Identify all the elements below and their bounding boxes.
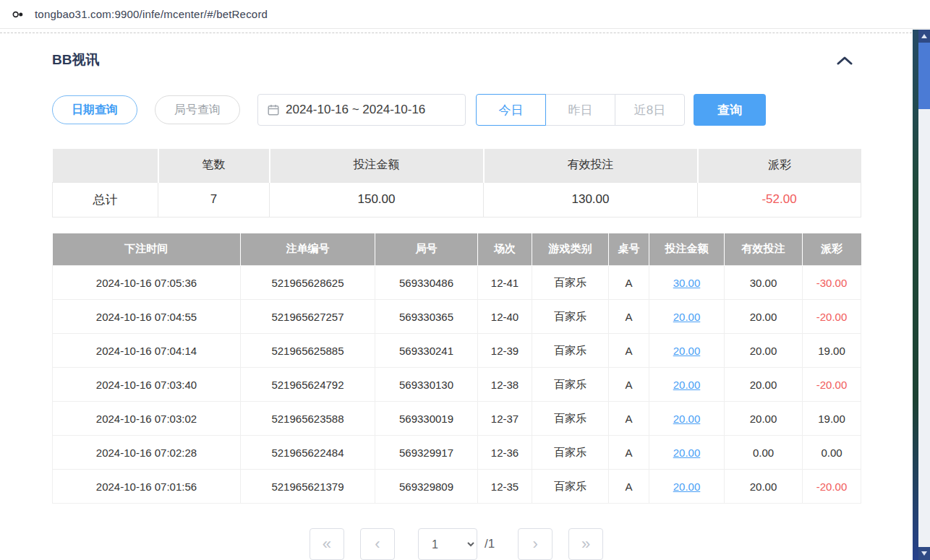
background-strip	[913, 30, 918, 560]
table-row: 2024-10-16 07:05:36 521965628625 5693304…	[53, 266, 861, 300]
order-no: 521965625885	[241, 334, 375, 368]
round-query-tab[interactable]: 局号查询	[155, 95, 240, 124]
bet-amount-link[interactable]: 20.00	[673, 311, 701, 323]
filter-row: 日期查询 局号查询 2024-10-16 ~ 2024-10-16 今日 昨日 …	[52, 94, 861, 126]
yesterday-button[interactable]: 昨日	[545, 94, 615, 126]
bet-time: 2024-10-16 07:03:40	[53, 368, 241, 402]
session: 12-37	[478, 402, 532, 436]
down-triangle-icon	[921, 551, 927, 556]
session: 12-38	[478, 368, 532, 402]
order-no: 521965624792	[241, 368, 375, 402]
last-page-button[interactable]: »	[568, 528, 603, 560]
valid-bet: 20.00	[725, 402, 803, 436]
bet-amount-link[interactable]: 20.00	[673, 379, 701, 391]
scrollbar-thumb[interactable]	[918, 43, 930, 109]
order-no: 521965621379	[241, 470, 375, 504]
bet-amount-cell: 30.00	[649, 266, 725, 300]
game-type: 百家乐	[532, 470, 609, 504]
game-type: 百家乐	[532, 334, 609, 368]
session: 12-39	[478, 334, 532, 368]
bet-amount-link[interactable]: 20.00	[673, 345, 701, 357]
payout-cell: 19.00	[803, 402, 861, 436]
table-no: A	[609, 334, 649, 368]
valid-bet: 0.00	[725, 436, 803, 470]
header-order-no: 注单编号	[241, 233, 375, 266]
summary-header-payout: 派彩	[698, 149, 861, 182]
table-no: A	[609, 436, 649, 470]
bet-time: 2024-10-16 07:05:36	[53, 266, 241, 300]
page-title: BB视讯	[52, 51, 99, 69]
address-bar: tongbao31.com:9900/infe/mcenter/#/betRec…	[0, 0, 930, 29]
date-range-picker[interactable]: 2024-10-16 ~ 2024-10-16	[257, 94, 466, 126]
scroll-up-arrow[interactable]	[918, 30, 930, 43]
round-no: 569330241	[375, 334, 478, 368]
bet-amount-cell: 20.00	[649, 368, 725, 402]
summary-valid-bet: 130.00	[484, 182, 698, 217]
header-round-no: 局号	[375, 233, 478, 266]
bet-amount-cell: 20.00	[649, 402, 725, 436]
session: 12-40	[478, 300, 532, 334]
vertical-scrollbar[interactable]	[918, 30, 930, 560]
bet-amount-link[interactable]: 20.00	[673, 447, 701, 459]
summary-header-count: 笔数	[158, 149, 270, 182]
date-range-value: 2024-10-16 ~ 2024-10-16	[286, 103, 425, 117]
bet-amount-link[interactable]: 30.00	[673, 277, 701, 289]
table-row: 2024-10-16 07:01:56 521965621379 5693298…	[53, 470, 861, 504]
bet-amount-cell: 20.00	[649, 300, 725, 334]
bet-time: 2024-10-16 07:01:56	[53, 470, 241, 504]
game-type: 百家乐	[532, 402, 609, 436]
payout-cell: -20.00	[803, 368, 861, 402]
bet-amount-cell: 20.00	[649, 436, 725, 470]
url-text[interactable]: tongbao31.com:9900/infe/mcenter/#/betRec…	[35, 8, 268, 20]
payout-cell: 0.00	[803, 436, 861, 470]
site-icon[interactable]	[9, 5, 27, 24]
table-no: A	[609, 368, 649, 402]
quick-date-group: 今日 昨日 近8日	[476, 94, 685, 126]
prev-page-button[interactable]: ‹	[360, 528, 395, 560]
collapse-chevron-icon[interactable]	[836, 56, 861, 65]
pagination: « ‹ 1 /1 › »	[52, 528, 861, 560]
table-row: 2024-10-16 07:03:02 521965623588 5693300…	[53, 402, 861, 436]
bet-time: 2024-10-16 07:04:55	[53, 300, 241, 334]
search-button[interactable]: 查询	[694, 94, 766, 126]
payout-cell: -20.00	[803, 300, 861, 334]
table-no: A	[609, 402, 649, 436]
order-no: 521965627257	[241, 300, 375, 334]
bet-amount-cell: 20.00	[649, 470, 725, 504]
round-no: 569330486	[375, 266, 478, 300]
session: 12-36	[478, 436, 532, 470]
table-row: 2024-10-16 07:02:28 521965622484 5693299…	[53, 436, 861, 470]
bet-amount-link[interactable]: 20.00	[673, 413, 701, 425]
summary-header-bet-amount: 投注金额	[270, 149, 484, 182]
bet-time: 2024-10-16 07:03:02	[53, 402, 241, 436]
bet-record-page: BB视讯 日期查询 局号查询 2024-10-16 ~ 2024-10-16	[0, 30, 930, 560]
session: 12-41	[478, 266, 532, 300]
header-table-no: 桌号	[609, 233, 649, 266]
order-no: 521965628625	[241, 266, 375, 300]
header-bet-time: 下注时间	[53, 233, 241, 266]
round-no: 569330019	[375, 402, 478, 436]
table-no: A	[609, 300, 649, 334]
summary-header-empty	[53, 149, 158, 182]
bet-time: 2024-10-16 07:04:14	[53, 334, 241, 368]
page-select[interactable]: 1	[418, 528, 477, 560]
game-type: 百家乐	[532, 266, 609, 300]
summary-total-label: 总计	[53, 182, 158, 217]
date-query-tab[interactable]: 日期查询	[52, 95, 137, 124]
summary-payout: -52.00	[698, 182, 861, 217]
header-session: 场次	[478, 233, 532, 266]
table-row: 2024-10-16 07:03:40 521965624792 5693301…	[53, 368, 861, 402]
next-page-button[interactable]: ›	[518, 528, 553, 560]
valid-bet: 20.00	[725, 470, 803, 504]
bet-time: 2024-10-16 07:02:28	[53, 436, 241, 470]
scroll-down-arrow[interactable]	[918, 547, 930, 560]
last-8-days-button[interactable]: 近8日	[615, 94, 685, 126]
table-row: 2024-10-16 07:04:55 521965627257 5693303…	[53, 300, 861, 334]
bet-amount-link[interactable]: 20.00	[673, 481, 701, 493]
records-table: 下注时间 注单编号 局号 场次 游戏类别 桌号 投注金额 有效投注 派彩 202…	[52, 233, 861, 504]
valid-bet: 30.00	[725, 266, 803, 300]
today-button[interactable]: 今日	[476, 94, 546, 126]
header-payout: 派彩	[803, 233, 861, 266]
page-total-label: /1	[485, 537, 495, 551]
first-page-button[interactable]: «	[310, 528, 344, 560]
